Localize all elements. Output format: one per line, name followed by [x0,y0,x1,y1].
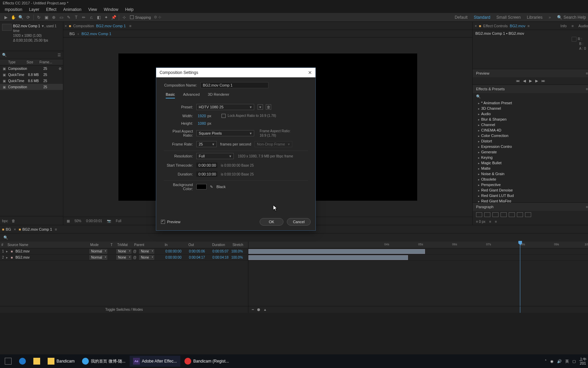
preset-item[interactable]: Noise & Grain [473,171,588,177]
filter-icon[interactable]: ☰ [58,53,61,57]
close-tab-icon[interactable]: × [14,227,16,231]
start-input[interactable]: 0:00:00:00 [196,163,217,168]
preset-select[interactable]: HDTV 1080 25 [196,104,254,110]
track-row[interactable] [248,248,588,255]
axis-icon[interactable]: ⊹ [120,14,128,21]
timeline-tab-comp1[interactable]: ■BG2.mov Comp 1 [19,227,52,231]
col-source[interactable]: Source Name [6,243,48,247]
eraser-tool-icon[interactable]: ◧ [95,14,102,21]
workspace-small[interactable]: Small Screen [496,15,521,20]
layer-dur[interactable]: 0:00:05:07 [211,249,231,253]
preset-item[interactable]: Red Giant MisFire [473,198,588,202]
edge-icon[interactable] [16,356,29,367]
save-preset-icon[interactable]: ▾ [258,104,263,110]
trkmat-select[interactable]: None [116,249,131,254]
explorer-icon[interactable] [30,356,44,367]
timeline-zoom[interactable]: ━ ▲ [248,306,588,313]
dur-input[interactable]: 0:00:10:00 [196,171,217,177]
composition-tab-name[interactable]: BG2.mov Comp 1 [96,24,126,28]
audio-tab[interactable]: Audio [578,24,588,28]
preset-item[interactable]: Color Correction [473,133,588,138]
preset-item[interactable]: Channel [473,122,588,127]
project-item[interactable]: ▣ Composition 25 [0,84,63,90]
search-icon[interactable]: 🔍 [3,235,8,240]
close-tab-icon[interactable]: × [475,24,477,28]
workspace-default[interactable]: Default [455,15,468,20]
snap-opts-icon[interactable]: ⚙ ⊹ [154,15,161,19]
effects-presets-header[interactable]: Effects & Presets≡ [473,85,588,93]
menu-animation[interactable]: Animation [60,6,85,13]
close-icon[interactable]: ✕ [308,70,312,75]
puppet-tool-icon[interactable]: 📌 [110,14,117,21]
mode-select[interactable]: Normal [89,249,107,254]
taskbar-weibo[interactable]: 我的首页 微博-随... [79,356,129,367]
preset-item[interactable]: CINEMA 4D [473,127,588,133]
menu-layer[interactable]: Layer [26,6,43,13]
layer-bar[interactable] [248,249,425,254]
paragraph-header[interactable]: Paragraph≡ [473,203,588,211]
parent-select[interactable]: None [139,249,154,254]
col-t[interactable]: T [109,243,116,247]
selection-tool-icon[interactable]: ▶ [2,14,10,21]
col-parent[interactable]: Parent [133,243,153,247]
toggle-switches[interactable]: Toggle Switches / Modes [0,306,248,313]
prev-play-icon[interactable]: ▶ [529,79,532,83]
breadcrumb-comp[interactable]: BG2.mov Comp 1 [82,32,111,36]
track-row[interactable] [248,255,588,261]
preset-item[interactable]: Red Giant Denoise [473,187,588,193]
effect-controls-name[interactable]: BG2.mov [510,24,525,28]
project-item[interactable]: ▣ QuickTime 8.8 MB 25 [0,72,63,78]
brush-tool-icon[interactable]: ✏ [80,14,87,21]
tray-vol-icon[interactable]: 🔊 [557,359,562,364]
menu-window[interactable]: Window [100,6,122,13]
col-frame[interactable]: Frame... [39,60,53,64]
trash-icon[interactable]: 🗑 [12,219,15,223]
col-in[interactable]: In [163,243,187,247]
preset-item[interactable]: Audio [473,111,588,117]
taskbar-bandicam-rec[interactable]: Bandicam (Regist... [181,356,232,367]
breadcrumb-bg[interactable]: BG [69,32,75,36]
info-tab[interactable]: Info [560,24,567,28]
expand-icon[interactable]: ▸ [6,256,11,259]
col-dur[interactable]: Duration [211,243,231,247]
tray-up-icon[interactable]: ˄ [545,359,547,364]
workspace-libraries[interactable]: Libraries [527,15,542,20]
preset-item[interactable]: Magic Bullet [473,160,588,166]
bg-color-swatch[interactable] [196,184,207,189]
layer-out[interactable]: 0:00:05:06 [187,249,211,253]
height-input[interactable]: 1080 [198,121,206,125]
pan-behind-tool-icon[interactable]: ⊕ [50,14,58,21]
layer-in[interactable]: 0:00:00:00 [164,256,187,259]
delete-preset-icon[interactable]: 🗑 [266,104,271,110]
col-trk[interactable]: TrkMat [116,243,133,247]
playhead[interactable] [520,242,520,313]
tab-menu-icon[interactable]: ≡ [55,227,57,231]
col-size[interactable]: Size [27,60,39,64]
tray-shield-icon[interactable]: ◉ [550,359,554,364]
preset-item[interactable]: Keying [473,155,588,160]
col-stretch[interactable]: Stretch [231,243,248,247]
timeline-ruler[interactable]: 04s 05s 06s 07s 08s 09s 10s [248,242,588,248]
layer-stretch[interactable]: 100.0% [231,256,248,259]
expand-icon[interactable]: ▸ [6,249,11,253]
type-tool-icon[interactable]: T [72,14,80,21]
layer-stretch[interactable]: 100.0% [231,249,248,253]
taskview-icon[interactable] [1,356,15,367]
zoom-out-icon[interactable]: ━ [252,308,254,311]
col-type[interactable]: Type [0,60,27,64]
preset-item[interactable]: Generate [473,149,588,155]
par-select[interactable]: Square Pixels [196,130,254,136]
dialog-titlebar[interactable]: Composition Settings ✕ [156,68,315,77]
orbit-tool-icon[interactable]: ⟳ [24,14,32,21]
pickwhip-icon[interactable]: @ [133,249,139,253]
tab-menu-icon[interactable]: ≡ [129,24,131,28]
taskbar-aftereffects[interactable]: AeAdobe After Effec... [130,356,180,367]
eyedropper-icon[interactable]: ✎ [210,185,213,189]
prev-fwd-icon[interactable]: ▶ [535,79,538,83]
shape-tool-icon[interactable]: ▭ [58,14,65,21]
menu-help[interactable]: Help [122,6,137,13]
tab-3d-renderer[interactable]: 3D Renderer [208,92,229,98]
clone-tool-icon[interactable]: ⎌ [87,14,95,21]
project-item[interactable]: ▣ QuickTime 8.6 MB 25 [0,78,63,84]
footer-timecode[interactable]: 0:00:03:01 [86,219,102,223]
